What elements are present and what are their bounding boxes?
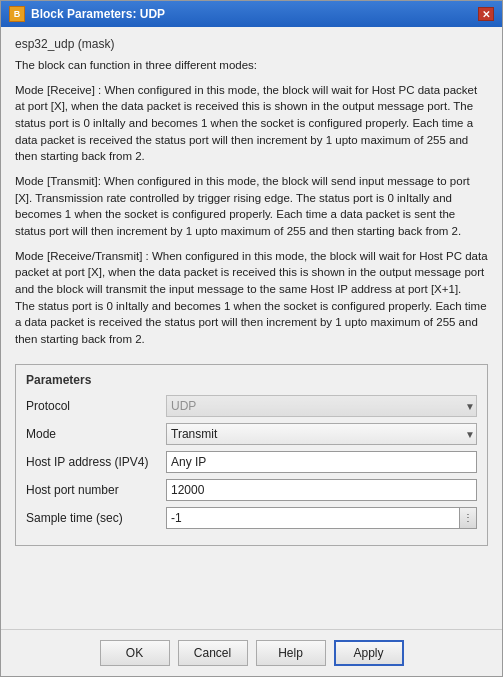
description-text: The block can function in three differen… — [15, 57, 488, 74]
sample-time-input[interactable] — [166, 507, 459, 529]
sample-time-row: Sample time (sec) ⋮ — [26, 507, 477, 529]
protocol-select[interactable]: UDP — [166, 395, 477, 417]
params-legend: Parameters — [26, 373, 477, 387]
cancel-button[interactable]: Cancel — [178, 640, 248, 666]
mask-label: esp32_udp (mask) — [15, 37, 488, 51]
host-port-label: Host port number — [26, 483, 166, 497]
mode-transmit-text: Mode [Transmit]: When configured in this… — [15, 173, 488, 240]
mode-select[interactable]: Receive Transmit Receive/Transmit — [166, 423, 477, 445]
host-ip-label: Host IP address (IPV4) — [26, 455, 166, 469]
host-ip-input[interactable] — [166, 451, 477, 473]
apply-button[interactable]: Apply — [334, 640, 404, 666]
footer: OK Cancel Help Apply — [1, 629, 502, 676]
sample-time-wrapper: ⋮ — [166, 507, 477, 529]
mode-select-wrapper: Receive Transmit Receive/Transmit ▼ — [166, 423, 477, 445]
host-ip-row: Host IP address (IPV4) — [26, 451, 477, 473]
help-button[interactable]: Help — [256, 640, 326, 666]
close-button[interactable]: ✕ — [478, 7, 494, 21]
mode-row: Mode Receive Transmit Receive/Transmit ▼ — [26, 423, 477, 445]
main-window: B Block Parameters: UDP ✕ esp32_udp (mas… — [0, 0, 503, 677]
title-bar: B Block Parameters: UDP ✕ — [1, 1, 502, 27]
host-port-row: Host port number — [26, 479, 477, 501]
title-bar-left: B Block Parameters: UDP — [9, 6, 165, 22]
ok-button[interactable]: OK — [100, 640, 170, 666]
window-icon: B — [9, 6, 25, 22]
parameters-group: Parameters Protocol UDP ▼ Mode Receive T… — [15, 364, 488, 546]
sample-time-menu-btn[interactable]: ⋮ — [459, 507, 477, 529]
content-area: esp32_udp (mask) The block can function … — [1, 27, 502, 629]
window-title: Block Parameters: UDP — [31, 7, 165, 21]
protocol-select-wrapper: UDP ▼ — [166, 395, 477, 417]
mode-label: Mode — [26, 427, 166, 441]
sample-time-label: Sample time (sec) — [26, 511, 166, 525]
mode-receive-transmit-text: Mode [Receive/Transmit] : When configure… — [15, 248, 488, 348]
protocol-label: Protocol — [26, 399, 166, 413]
mode-receive-text: Mode [Receive] : When configured in this… — [15, 82, 488, 165]
host-port-input[interactable] — [166, 479, 477, 501]
protocol-row: Protocol UDP ▼ — [26, 395, 477, 417]
